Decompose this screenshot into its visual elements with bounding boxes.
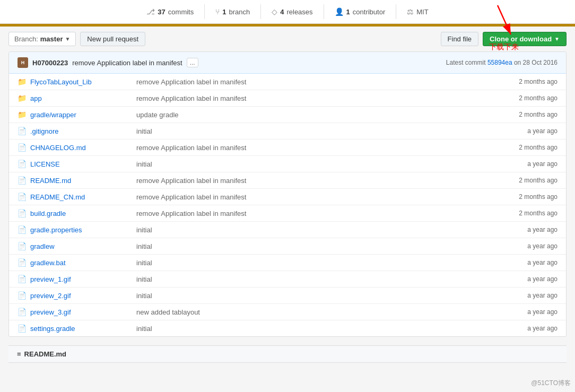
folder-icon: 📁: [18, 94, 26, 102]
folder-icon: 📁: [18, 110, 26, 119]
nav-contributors[interactable]: 👤 1 contributor: [324, 4, 397, 19]
file-name-link[interactable]: preview_3.gif: [30, 308, 71, 316]
nav-branch[interactable]: ⑂ 1 branch: [205, 4, 261, 19]
branch-count: 1: [222, 8, 226, 16]
latest-commit-text: Latest commit: [446, 59, 486, 66]
file-commit-message: initial: [136, 226, 494, 234]
nav-releases[interactable]: ◇ 4 releases: [261, 4, 324, 19]
file-icon: 📄: [18, 242, 26, 250]
table-row: 📄gradlew.batinitiala year ago: [9, 255, 566, 271]
releases-label: releases: [286, 8, 312, 16]
commit-more-button[interactable]: ...: [187, 58, 198, 67]
file-name-link[interactable]: preview_2.gif: [30, 292, 71, 300]
table-row: 📄CHNAGELOG.mdremove Application label in…: [9, 140, 566, 156]
file-time: a year ago: [494, 160, 557, 168]
file-icon: 📄: [18, 160, 26, 168]
table-row: 📁FlycoTabLayout_Libremove Application la…: [9, 74, 566, 90]
file-name-link[interactable]: settings.gradle: [30, 325, 75, 333]
branch-label: branch: [229, 8, 250, 16]
file-name-link[interactable]: gradle.properties: [30, 226, 82, 234]
file-commit-message: initial: [136, 292, 494, 300]
table-row: 📄settings.gradleinitiala year ago: [9, 320, 566, 336]
file-icon: 📄: [18, 209, 26, 217]
readme-label: README.md: [24, 350, 66, 358]
file-time: 2 months ago: [494, 111, 557, 118]
file-name-link[interactable]: .gitignore: [30, 127, 58, 135]
file-time: a year ago: [494, 127, 557, 135]
file-time: 2 months ago: [494, 177, 557, 184]
file-commit-message: initial: [136, 259, 494, 267]
table-row: 📁gradle/wrapperupdate gradle2 months ago: [9, 107, 566, 123]
new-pull-request-button[interactable]: New pull request: [80, 32, 145, 46]
file-commit-message: remove Application label in manifest: [136, 210, 494, 217]
branch-icon: ⑂: [215, 7, 220, 16]
file-time: a year ago: [494, 259, 557, 266]
repo-nav: ⎇ 37 commits ⑂ 1 branch ◇ 4 releases 👤 1…: [0, 0, 575, 24]
toolbar-right: Find file Clone or download ▼ 下载下来: [441, 32, 567, 46]
contributors-icon: 👤: [335, 7, 344, 16]
file-name-link[interactable]: gradlew.bat: [30, 259, 66, 267]
file-name-link[interactable]: README.md: [30, 177, 71, 185]
file-name-link[interactable]: CHNAGELOG.md: [30, 144, 86, 152]
file-commit-message: remove Application label in manifest: [136, 78, 494, 86]
file-commit-message: remove Application label in manifest: [136, 94, 494, 102]
nav-commits[interactable]: ⎇ 37 commits: [136, 4, 205, 19]
commit-info-left: H H07000223 remove Application label in …: [18, 57, 198, 68]
file-icon: 📄: [18, 143, 26, 152]
file-rows: 📁FlycoTabLayout_Libremove Application la…: [9, 74, 566, 336]
file-icon: 📄: [18, 324, 26, 333]
file-name-link[interactable]: gradlew: [30, 242, 55, 250]
file-name-link[interactable]: build.gradle: [30, 210, 66, 217]
folder-icon: 📁: [18, 77, 26, 86]
commit-author[interactable]: H07000223: [32, 59, 68, 67]
table-row: 📄build.gradleremove Application label in…: [9, 205, 566, 222]
clone-button-label: Clone or download: [490, 35, 552, 43]
branch-text: Branch:: [14, 35, 38, 43]
commit-date: on 28 Oct 2016: [514, 59, 557, 66]
file-table: H H07000223 remove Application label in …: [8, 51, 567, 337]
file-name-link[interactable]: LICENSE: [30, 160, 60, 168]
file-time: a year ago: [494, 308, 557, 316]
readme-icon: ≡: [17, 350, 21, 358]
file-time: 2 months ago: [494, 78, 557, 85]
file-time: 2 months ago: [494, 144, 557, 151]
file-commit-message: initial: [136, 160, 494, 168]
file-commit-message: remove Application label in manifest: [136, 177, 494, 185]
file-name-link[interactable]: app: [30, 94, 42, 102]
contributors-label: contributor: [353, 8, 385, 16]
file-commit-message: update gradle: [136, 111, 494, 119]
file-name-link[interactable]: README_CN.md: [30, 193, 85, 201]
table-row: 📄gradlewinitiala year ago: [9, 238, 566, 255]
file-time: 2 months ago: [494, 193, 557, 201]
commit-hash-link[interactable]: 55894ea: [487, 59, 512, 66]
find-file-button[interactable]: Find file: [441, 32, 479, 46]
commit-info-right: Latest commit 55894ea on 28 Oct 2016: [446, 59, 557, 66]
license-label: MIT: [416, 8, 428, 16]
file-commit-message: remove Application label in manifest: [136, 193, 494, 201]
file-name-link[interactable]: FlycoTabLayout_Lib: [30, 78, 92, 86]
file-icon: 📄: [18, 291, 26, 300]
table-row: 📄LICENSEinitiala year ago: [9, 156, 566, 172]
branch-selector[interactable]: Branch: master ▼: [8, 32, 76, 46]
file-commit-message: new added tablayout: [136, 308, 494, 316]
file-icon: 📄: [18, 193, 26, 201]
file-icon: 📄: [18, 275, 26, 283]
file-icon: 📄: [18, 225, 26, 234]
commits-count: 37: [158, 8, 165, 16]
clone-or-download-button[interactable]: Clone or download ▼: [483, 32, 567, 46]
readme-bar: ≡ README.md: [8, 345, 567, 363]
nav-license[interactable]: ⚖ MIT: [396, 4, 439, 19]
file-name-link[interactable]: gradle/wrapper: [30, 111, 76, 119]
file-time: a year ago: [494, 275, 557, 283]
file-time: a year ago: [494, 226, 557, 233]
file-icon: 📄: [18, 127, 26, 135]
table-row: 📄README.mdremove Application label in ma…: [9, 172, 566, 189]
file-commit-message: initial: [136, 242, 494, 250]
branch-dropdown-icon: ▼: [65, 36, 70, 42]
file-commit-message: remove Application label in manifest: [136, 144, 494, 152]
table-row: 📄README_CN.mdremove Application label in…: [9, 189, 566, 205]
commits-label: commits: [168, 8, 194, 16]
branch-name: master: [40, 35, 63, 43]
table-row: 📄preview_1.gifinitiala year ago: [9, 271, 566, 288]
file-name-link[interactable]: preview_1.gif: [30, 275, 71, 283]
